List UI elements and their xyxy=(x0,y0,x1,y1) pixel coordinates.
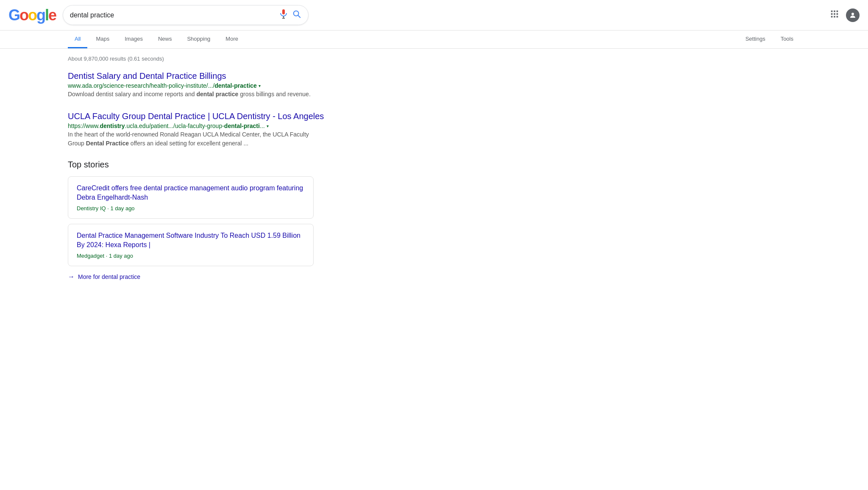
result-title[interactable]: Dentist Salary and Dental Practice Billi… xyxy=(68,70,398,81)
svg-line-4 xyxy=(298,15,300,17)
top-stories-heading: Top stories xyxy=(68,160,398,170)
story-title[interactable]: CareCredit offers free dental practice m… xyxy=(77,184,305,203)
svg-point-14 xyxy=(851,13,854,15)
story-time-separator: · xyxy=(106,253,109,259)
story-card: CareCredit offers free dental practice m… xyxy=(68,176,314,219)
story-time: 1 day ago xyxy=(109,253,133,259)
results-area: About 9,870,000 results (0.61 seconds) D… xyxy=(0,49,466,287)
results-stats: About 9,870,000 results (0.61 seconds) xyxy=(68,56,398,62)
story-time: 1 day ago xyxy=(110,205,134,212)
nav-item-more[interactable]: More xyxy=(219,31,245,48)
svg-rect-8 xyxy=(831,13,833,15)
result-url-line: https://www.dentistry.ucla.edu/patient..… xyxy=(68,122,398,129)
nav-item-tools[interactable]: Tools xyxy=(774,31,800,48)
story-source: Medgadget xyxy=(77,253,104,259)
nav-item-maps[interactable]: Maps xyxy=(89,31,116,48)
header: Google dental practice xyxy=(0,0,868,31)
dropdown-arrow-icon[interactable]: ▾ xyxy=(267,124,269,128)
svg-rect-7 xyxy=(837,10,838,12)
svg-rect-13 xyxy=(837,16,838,17)
story-card: Dental Practice Management Software Indu… xyxy=(68,224,314,266)
google-logo: Google xyxy=(8,6,56,24)
dropdown-arrow-icon[interactable]: ▾ xyxy=(259,84,261,88)
nav-item-images[interactable]: Images xyxy=(118,31,150,48)
search-result: UCLA Faculty Group Dental Practice | UCL… xyxy=(68,111,398,148)
nav-item-settings[interactable]: Settings xyxy=(739,31,772,48)
more-for-label: More for dental practice xyxy=(78,273,140,280)
account-icon[interactable] xyxy=(846,8,860,22)
search-bar: dental practice xyxy=(63,5,309,25)
svg-rect-10 xyxy=(837,13,838,15)
svg-rect-11 xyxy=(831,16,833,17)
nav-item-shopping[interactable]: Shopping xyxy=(180,31,217,48)
microphone-icon[interactable] xyxy=(279,9,288,21)
search-button[interactable] xyxy=(292,9,301,21)
nav-item-all[interactable]: All xyxy=(68,31,87,48)
story-meta: Medgadget · 1 day ago xyxy=(77,253,305,259)
svg-rect-6 xyxy=(834,10,835,12)
more-for-link[interactable]: → More for dental practice xyxy=(68,273,398,281)
search-result: Dentist Salary and Dental Practice Billi… xyxy=(68,70,398,99)
result-url: www.ada.org/science-research/health-poli… xyxy=(68,82,257,89)
svg-rect-0 xyxy=(282,9,285,14)
svg-rect-9 xyxy=(834,13,835,15)
header-right xyxy=(830,8,860,22)
result-url-line: www.ada.org/science-research/health-poli… xyxy=(68,82,398,89)
story-title[interactable]: Dental Practice Management Software Indu… xyxy=(77,231,305,250)
result-url: https://www.dentistry.ucla.edu/patient..… xyxy=(68,122,265,129)
story-meta: Dentistry IQ · 1 day ago xyxy=(77,205,305,212)
result-description: In the heart of the world-renowned Ronal… xyxy=(68,130,322,148)
search-nav: All Maps Images News Shopping More Setti… xyxy=(0,31,868,49)
result-title[interactable]: UCLA Faculty Group Dental Practice | UCL… xyxy=(68,111,398,122)
svg-rect-5 xyxy=(831,10,833,12)
result-description: Download dentist salary and income repor… xyxy=(68,90,322,99)
search-input[interactable]: dental practice xyxy=(70,11,275,19)
story-source: Dentistry IQ xyxy=(77,205,106,212)
svg-rect-12 xyxy=(834,16,835,17)
arrow-right-icon: → xyxy=(68,273,75,281)
apps-grid-icon[interactable] xyxy=(830,9,839,21)
nav-item-news[interactable]: News xyxy=(151,31,179,48)
